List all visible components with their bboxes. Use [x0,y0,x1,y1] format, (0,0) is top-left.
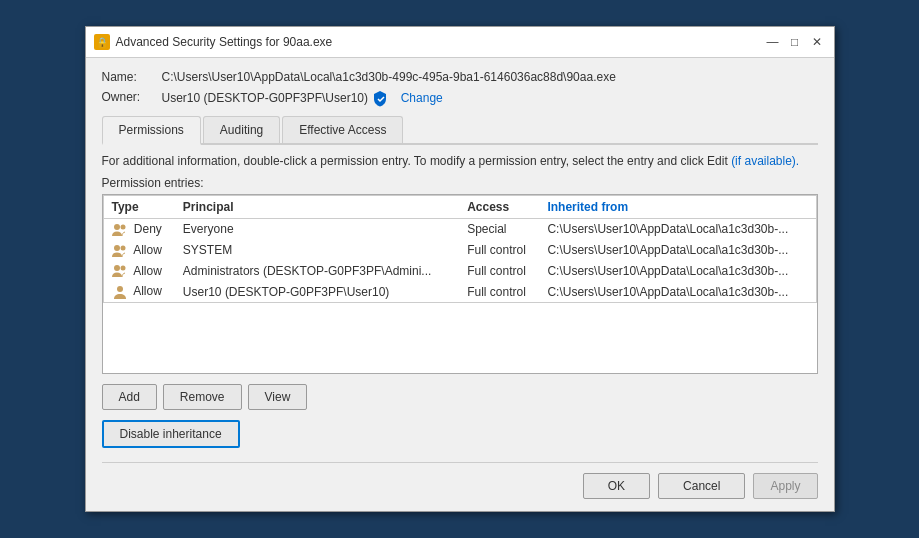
table-row[interactable]: Deny Everyone Special C:\Users\User10\Ap… [103,218,816,239]
row-inherited: C:\Users\User10\AppData\Local\a1c3d30b-.… [539,240,816,261]
action-buttons: Add Remove View [102,384,818,410]
row-type: Allow [103,281,175,302]
user-group-icon [112,264,128,278]
owner-value: User10 (DESKTOP-G0PF3PF\User10) Change [162,90,818,108]
row-access: Full control [459,261,539,282]
tab-permissions[interactable]: Permissions [102,116,201,145]
row-type: Allow [103,261,175,282]
row-principal: User10 (DESKTOP-G0PF3PF\User10) [175,281,459,302]
inheritance-section: Disable inheritance [102,420,818,448]
cancel-button[interactable]: Cancel [658,473,745,499]
svg-point-3 [120,245,125,250]
svg-point-6 [117,286,123,292]
name-label: Name: [102,70,162,84]
maximize-button[interactable]: □ [786,33,804,51]
window-title: Advanced Security Settings for 90aa.exe [116,35,758,49]
tab-auditing[interactable]: Auditing [203,116,280,143]
col-header-principal: Principal [175,195,459,218]
row-inherited: C:\Users\User10\AppData\Local\a1c3d30b-.… [539,261,816,282]
name-row: Name: C:\Users\User10\AppData\Local\a1c3… [102,70,818,84]
row-inherited: C:\Users\User10\AppData\Local\a1c3d30b-.… [539,281,816,302]
info-text: For additional information, double-click… [102,153,818,170]
row-access: Special [459,218,539,239]
row-access: Full control [459,240,539,261]
minimize-button[interactable]: — [764,33,782,51]
table-row[interactable]: Allow Administrators (DESKTOP-G0PF3PF\Ad… [103,261,816,282]
row-type: Allow [103,240,175,261]
table-row[interactable]: Allow SYSTEM Full control C:\Users\User1… [103,240,816,261]
svg-point-1 [120,224,125,229]
ok-button[interactable]: OK [583,473,650,499]
row-type: Deny [103,218,175,239]
dialog-content: Name: C:\Users\User10\AppData\Local\a1c3… [86,58,834,511]
remove-button[interactable]: Remove [163,384,242,410]
available-link[interactable]: (if available). [731,154,799,168]
col-header-inherited: Inherited from [539,195,816,218]
table-row[interactable]: Allow User10 (DESKTOP-G0PF3PF\User10) Fu… [103,281,816,302]
window-icon: 🔒 [94,34,110,50]
permissions-table-container: Type Principal Access Inherited from [102,194,818,374]
col-header-access: Access [459,195,539,218]
svg-point-0 [114,224,120,230]
shield-icon [371,90,389,108]
dialog-buttons: OK Cancel Apply [102,462,818,499]
change-link[interactable]: Change [401,91,443,105]
permissions-table: Type Principal Access Inherited from [103,195,817,303]
svg-point-2 [114,245,120,251]
user-group-icon [112,223,128,237]
apply-button[interactable]: Apply [753,473,817,499]
row-inherited: C:\Users\User10\AppData\Local\a1c3d30b-.… [539,218,816,239]
title-bar: 🔒 Advanced Security Settings for 90aa.ex… [86,27,834,58]
row-access: Full control [459,281,539,302]
close-button[interactable]: ✕ [808,33,826,51]
name-value: C:\Users\User10\AppData\Local\a1c3d30b-4… [162,70,818,84]
owner-label: Owner: [102,90,162,104]
table-header-row: Type Principal Access Inherited from [103,195,816,218]
tab-bar: Permissions Auditing Effective Access [102,116,818,145]
owner-row: Owner: User10 (DESKTOP-G0PF3PF\User10) C… [102,90,818,108]
window-controls: — □ ✕ [764,33,826,51]
view-button[interactable]: View [248,384,308,410]
section-title: Permission entries: [102,176,818,190]
main-window: 🔒 Advanced Security Settings for 90aa.ex… [85,26,835,512]
svg-point-5 [120,266,125,271]
tab-effective-access[interactable]: Effective Access [282,116,403,143]
row-principal: Administrators (DESKTOP-G0PF3PF\Admini..… [175,261,459,282]
col-header-type: Type [103,195,175,218]
svg-point-4 [114,265,120,271]
user-icon [112,285,128,299]
user-group-icon [112,244,128,258]
row-principal: SYSTEM [175,240,459,261]
add-button[interactable]: Add [102,384,157,410]
disable-inheritance-button[interactable]: Disable inheritance [102,420,240,448]
row-principal: Everyone [175,218,459,239]
